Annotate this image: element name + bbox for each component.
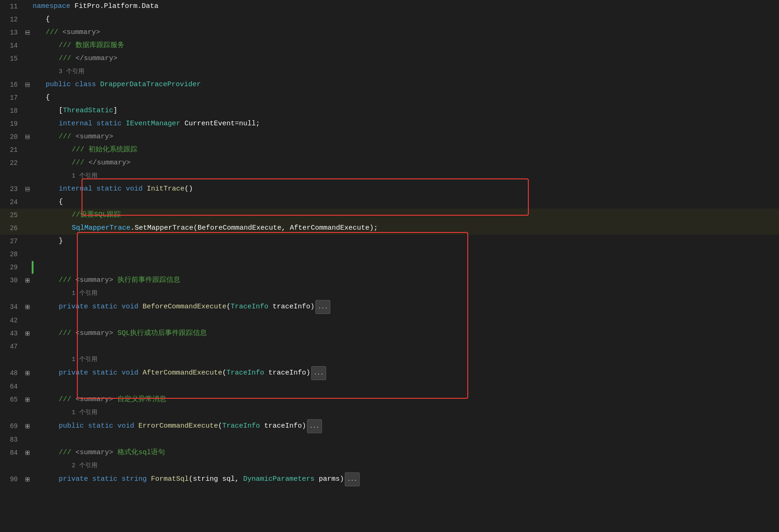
line-number: 28 xyxy=(0,251,23,258)
code-content: { xyxy=(33,196,779,209)
code-token: /// xyxy=(59,133,75,141)
collapse-button[interactable] xyxy=(23,133,32,141)
svg-rect-15 xyxy=(27,332,28,335)
code-token: <summary> xyxy=(75,396,117,403)
line-number: 42 xyxy=(0,317,23,324)
code-line: 25//设置SQL跟踪 xyxy=(0,209,779,222)
code-content: /// <summary> 格式化sql语句 xyxy=(33,446,779,459)
no-collapse xyxy=(23,436,32,444)
code-line: 14/// 数据库跟踪服务 xyxy=(0,39,779,52)
expand-button[interactable] xyxy=(23,396,32,404)
code-content: /// </summary> xyxy=(33,157,779,170)
code-line: 26SqlMapperTrace.SetMapperTrace(BeforeCo… xyxy=(0,222,779,235)
expand-button[interactable] xyxy=(23,475,32,484)
code-token: class xyxy=(75,81,100,89)
collapsed-code-indicator[interactable]: ... xyxy=(307,419,322,433)
code-token: /// xyxy=(59,329,75,337)
code-content: SqlMapperTrace.SetMapperTrace(BeforeComm… xyxy=(33,222,779,235)
svg-rect-21 xyxy=(27,398,28,402)
line-number: 64 xyxy=(0,383,23,390)
code-content: /// 初始化系统跟踪 xyxy=(33,143,779,157)
reference-count: 1 个引用 xyxy=(72,409,97,416)
code-token: 初始化系统跟踪 xyxy=(89,146,137,154)
code-line: 2 个引用 xyxy=(0,459,779,472)
no-collapse xyxy=(23,289,32,298)
line-number: 24 xyxy=(0,198,23,206)
code-line: 43/// <summary> SQL执行成功后事件跟踪信息 xyxy=(0,327,779,340)
code-line: 20/// <summary> xyxy=(0,130,779,143)
collapse-button[interactable] xyxy=(23,185,32,193)
line-number: 34 xyxy=(0,303,23,311)
line-number: 30 xyxy=(0,277,23,284)
no-collapse xyxy=(23,107,32,115)
code-token: string xyxy=(122,475,151,483)
code-content: /// </summary> xyxy=(33,52,779,65)
code-content: 1 个引用 xyxy=(33,406,779,419)
code-token: TraceInfo xyxy=(231,303,273,311)
green-indicator xyxy=(32,261,34,274)
code-token: <summary> xyxy=(75,329,117,337)
code-token: private xyxy=(59,475,92,483)
code-token: DynamicParameters xyxy=(243,475,319,483)
expand-button[interactable] xyxy=(23,449,32,457)
code-token: SqlMapperTrace xyxy=(72,224,130,232)
line-number: 25 xyxy=(0,211,23,219)
code-line: 48private static void AfterCommandExecut… xyxy=(0,366,779,380)
code-content: 3 个引用 xyxy=(33,65,779,78)
collapse-button[interactable] xyxy=(23,81,32,89)
svg-rect-6 xyxy=(26,189,29,190)
code-line: 1 个引用 xyxy=(0,287,779,300)
collapsed-code-indicator[interactable]: ... xyxy=(345,472,360,486)
code-token: (string sql, xyxy=(189,475,243,483)
reference-count: 2 个引用 xyxy=(72,462,97,469)
expand-button[interactable] xyxy=(23,422,32,430)
code-content: /// <summary> SQL执行成功后事件跟踪信息 xyxy=(33,327,779,340)
no-collapse xyxy=(23,263,32,272)
expand-button[interactable] xyxy=(23,276,32,285)
collapse-button[interactable] xyxy=(23,28,32,37)
expand-button[interactable] xyxy=(23,303,32,311)
collapsed-code-indicator[interactable]: ... xyxy=(311,366,326,380)
code-token: private xyxy=(59,303,92,311)
code-token: /// xyxy=(59,276,75,284)
collapsed-code-indicator[interactable]: ... xyxy=(315,300,330,314)
code-editor: 11namespace FitPro.Platform.Data12{13///… xyxy=(0,0,779,532)
line-number: 22 xyxy=(0,159,23,167)
code-line: 19internal static IEventManager CurrentE… xyxy=(0,117,779,130)
code-content: private static void BeforeCommandExecute… xyxy=(33,300,779,314)
no-collapse xyxy=(23,382,32,391)
code-token: internal xyxy=(59,120,96,128)
line-number: 18 xyxy=(0,107,23,115)
code-token: /// xyxy=(59,55,75,62)
code-token: ( xyxy=(218,422,222,430)
code-token: private xyxy=(59,369,92,377)
no-collapse xyxy=(23,146,32,154)
code-token: ThreadStatic xyxy=(63,107,113,115)
code-line: 1 个引用 xyxy=(0,353,779,366)
code-token: <summary> xyxy=(75,276,117,284)
line-number: 15 xyxy=(0,55,23,62)
code-token: <summary> xyxy=(62,28,100,36)
code-token: ( xyxy=(222,369,226,377)
code-token: traceInfo) xyxy=(264,422,306,430)
code-line: 84/// <summary> 格式化sql语句 xyxy=(0,446,779,459)
line-number: 16 xyxy=(0,81,23,89)
code-line: 21/// 初始化系统跟踪 xyxy=(0,143,779,157)
no-collapse xyxy=(23,172,32,180)
expand-button[interactable] xyxy=(23,329,32,338)
line-number: 29 xyxy=(0,264,23,271)
code-token: static xyxy=(92,369,122,377)
svg-rect-12 xyxy=(27,305,28,309)
code-content: 2 个引用 xyxy=(33,459,779,472)
expand-button[interactable] xyxy=(23,369,32,377)
code-line: 64 xyxy=(0,380,779,393)
line-number: 17 xyxy=(0,94,23,102)
svg-rect-2 xyxy=(26,84,29,85)
no-collapse xyxy=(23,355,32,364)
code-token: ( xyxy=(226,303,231,311)
no-collapse xyxy=(23,316,32,325)
svg-rect-30 xyxy=(27,477,28,481)
code-token: static xyxy=(88,422,117,430)
code-token: /// xyxy=(59,449,75,457)
line-number: 83 xyxy=(0,436,23,443)
